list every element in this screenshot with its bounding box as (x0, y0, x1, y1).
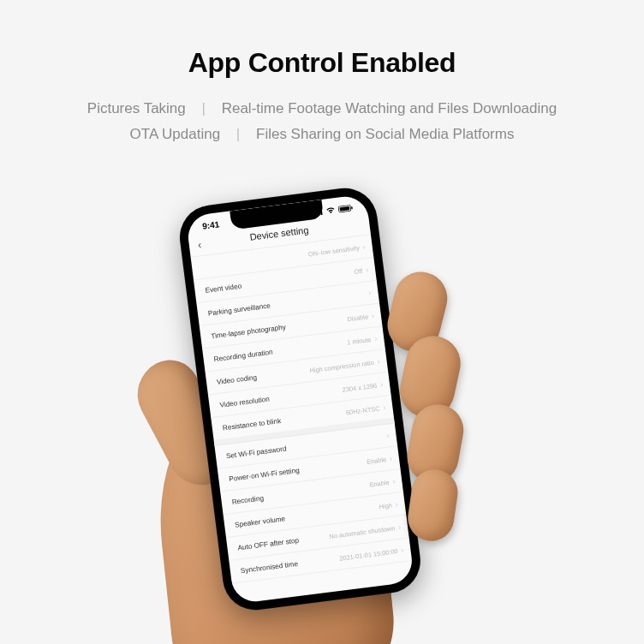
row-label: Recording duration (213, 348, 273, 363)
row-value: ON–low sensitivity (307, 243, 360, 257)
row-value: Enable (367, 455, 387, 465)
row-value: High (379, 501, 392, 510)
chevron-right-icon: › (397, 522, 401, 531)
chevron-right-icon: › (395, 500, 398, 509)
row-label: Video coding (217, 373, 258, 386)
chevron-right-icon: › (389, 454, 392, 462)
wifi-icon (325, 206, 337, 214)
row-label: Recording (231, 494, 264, 506)
chevron-right-icon: › (365, 265, 368, 274)
feature-lines: Pictures Taking | Real-time Footage Watc… (0, 96, 644, 147)
row-label: Speaker volume (235, 515, 286, 528)
chevron-right-icon: › (377, 357, 380, 366)
row-value: 1 minute (347, 336, 372, 346)
feature-pictures: Pictures Taking (87, 100, 186, 116)
screen-title: Device setting (249, 224, 309, 242)
row-label: Set Wi-Fi password (225, 444, 287, 460)
battery-icon (337, 204, 354, 212)
row-value: Disable (347, 313, 369, 323)
row-value: Enable (369, 478, 390, 488)
feature-ota: OTA Updating (130, 126, 221, 142)
feature-footage: Real-time Footage Watching and Files Dow… (222, 100, 558, 116)
row-value: High compression ratio (309, 358, 374, 373)
chevron-right-icon: › (401, 546, 404, 554)
svg-rect-6 (351, 206, 353, 209)
feature-sharing: Files Sharing on Social Media Platforms (256, 126, 514, 142)
row-label: Video resolution (219, 395, 270, 408)
row-value: 2304 x 1296 (342, 381, 377, 393)
row-label: Auto OFF after stop (237, 536, 299, 552)
row-value: 2021-01-01 15:00:00 (339, 547, 398, 563)
settings-list: ON–low sensitivity› Event video Off› Par… (191, 235, 412, 584)
chevron-right-icon: › (362, 242, 366, 251)
row-label: Resistance to blink (222, 417, 281, 432)
row-label: Parking surveillance (207, 301, 271, 317)
chevron-right-icon: › (386, 431, 390, 439)
chevron-right-icon: › (368, 289, 372, 297)
hand-holding-phone: 9:41 ‹ Device setting (118, 164, 495, 644)
row-value: No automatic shutdown (329, 524, 396, 540)
separator-icon: | (236, 126, 240, 142)
status-time: 9:41 (202, 219, 220, 230)
chevron-right-icon: › (392, 477, 396, 486)
chevron-right-icon: › (383, 403, 386, 412)
chevron-right-icon: › (371, 311, 374, 319)
svg-rect-5 (339, 206, 349, 211)
row-value: 60Hz-NTSC (345, 404, 380, 416)
chevron-right-icon: › (374, 334, 378, 343)
row-value: Off (354, 266, 363, 275)
headline: App Control Enabled (0, 0, 644, 79)
row-label: Power-on Wi-Fi setting (229, 466, 300, 482)
row-label: Event video (205, 282, 242, 294)
back-icon[interactable]: ‹ (197, 238, 202, 251)
chevron-right-icon: › (379, 380, 383, 389)
separator-icon: | (202, 100, 206, 116)
row-label: Time-lapse photography (211, 323, 286, 340)
row-label: Synchronised time (240, 559, 298, 574)
